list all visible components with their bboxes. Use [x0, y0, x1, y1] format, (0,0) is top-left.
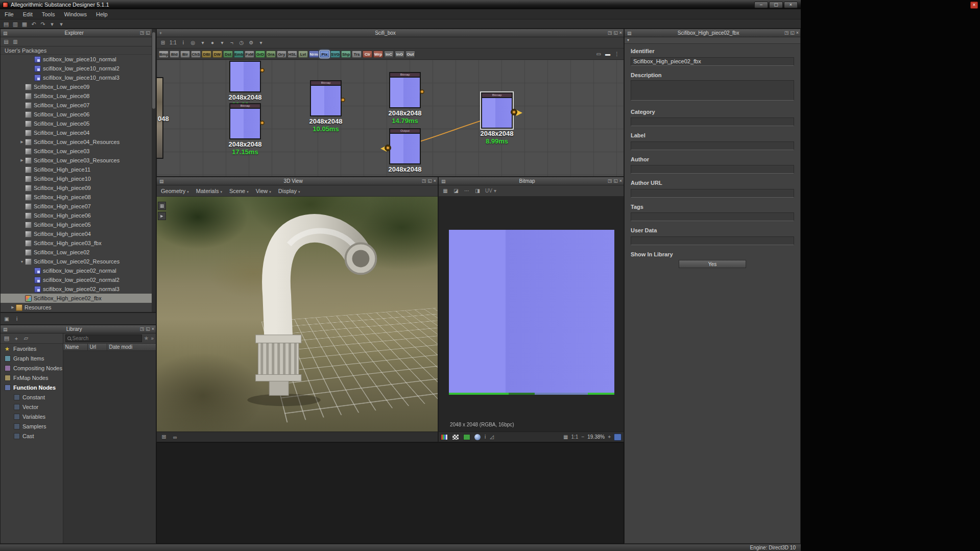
library-item-function-nodes[interactable]: Function Nodes [1, 382, 63, 392]
uv-mode-toggle[interactable]: UV▾ [485, 188, 496, 194]
grid-icon[interactable]: ⊞ [160, 40, 166, 45]
open-icon[interactable]: ▥ [12, 20, 19, 28]
zoom-level[interactable]: 19.38% [587, 434, 605, 440]
explorer-item-scifibox-high-piece06[interactable]: Scifibox_High_piece06 [1, 211, 156, 220]
explorer-item-scifibox-low-piece02[interactable]: Scifibox_Low_piece02 [1, 248, 156, 257]
library-item-samplers[interactable]: Samplers [1, 421, 63, 431]
library-item-vector[interactable]: Vector [1, 402, 63, 412]
library-item-fxmap-nodes[interactable]: FxMap Nodes [1, 373, 63, 382]
panel-close-icon[interactable]: × [619, 30, 622, 36]
user-data-field[interactable] [631, 236, 794, 245]
collapse-all-icon[interactable]: ▥ [12, 39, 18, 44]
channels-icon[interactable]: ▦ [442, 188, 448, 194]
tree-right-arrow-icon[interactable]: ▶ [10, 305, 16, 309]
explorer-item-scifibox-low-piece04[interactable]: Scifibox_Low_piece04 [1, 128, 156, 137]
panel-pin-icon[interactable]: ◳ [784, 30, 789, 36]
description-field[interactable] [631, 80, 794, 101]
view3d-menu-geometry[interactable]: Geometry▾ [161, 188, 189, 194]
actual-zoom-icon[interactable]: 1:1 [170, 40, 177, 45]
rgba-channels-icon[interactable] [441, 434, 448, 440]
node-type-chip-svg[interactable]: SVG [330, 51, 340, 58]
graph-node-2[interactable]: Bitmap2048x204810.05ms [310, 80, 342, 116]
menu-help[interactable]: Help [91, 10, 112, 18]
image-mode-icon[interactable]: ◨ [474, 188, 481, 194]
save-icon[interactable]: ▦ [21, 20, 28, 28]
link-icon[interactable]: ∞ [172, 434, 178, 440]
node-connector-dot[interactable] [386, 146, 390, 150]
explorer-item-scifibox-low-piece06[interactable]: Scifibox_Low_piece06 [1, 110, 156, 119]
node-connector-dot[interactable] [260, 68, 265, 73]
node-type-chip-dst[interactable]: Dst [223, 51, 233, 58]
library-item-variables[interactable]: Variables [1, 412, 63, 421]
show-in-library-yes-button[interactable]: Yes [679, 260, 746, 268]
panel-float-icon[interactable]: ◱ [146, 326, 150, 332]
node-type-chip-emb[interactable]: Emb [234, 51, 244, 58]
node-type-chip-hsl[interactable]: HSL [288, 51, 297, 58]
library-item-cast[interactable]: Cast [1, 431, 63, 441]
panel-pin-icon[interactable]: ◳ [422, 178, 426, 184]
node-connector-dot[interactable] [260, 121, 265, 125]
panel-float-icon[interactable]: ◱ [790, 30, 795, 36]
more-icon[interactable]: ⋯ [464, 188, 470, 194]
timer-icon[interactable]: ◷ [238, 40, 245, 45]
minimize-button[interactable]: – [754, 2, 768, 8]
node-connector-dot[interactable] [420, 89, 424, 94]
view3d-menu-materials[interactable]: Materials▾ [196, 188, 222, 194]
tree-right-arrow-icon[interactable]: ▶ [19, 140, 25, 144]
explorer-item-scifibox-low-piece03[interactable]: Scifibox_Low_piece03 [1, 147, 156, 156]
menu-file[interactable]: File [0, 10, 18, 18]
folder-icon[interactable]: ▤ [4, 335, 10, 342]
node-type-chip-dbl[interactable]: DBl [202, 51, 211, 58]
author-url-field[interactable] [631, 189, 794, 198]
dock-icon[interactable]: ⊞ [161, 434, 167, 440]
info-icon[interactable]: i [485, 434, 486, 440]
checker-background-icon[interactable] [452, 434, 459, 440]
node-type-chip-gra[interactable]: Gra [266, 51, 276, 58]
panel-close-icon[interactable]: × [434, 178, 436, 184]
zoom-dropdown-icon[interactable]: ▾ [200, 40, 206, 45]
explorer-item-scifibox-high-piece02-fbx[interactable]: Scifibox_High_piece02_fbx [1, 294, 156, 303]
favorites-filter-icon[interactable]: ★ [144, 335, 149, 342]
zoom-icon[interactable]: ◎ [190, 40, 196, 45]
profile-dropdown-icon[interactable]: ▾ [58, 20, 65, 28]
new-icon[interactable]: ▤ [3, 20, 10, 28]
column-header-url[interactable]: Url [88, 344, 107, 351]
pan-mode-icon[interactable]: ● [209, 40, 216, 45]
node-type-chip-trs[interactable]: Trs [352, 51, 362, 58]
explorer-item-scifibox-low-piece09[interactable]: Scifibox_Low_piece09 [1, 82, 156, 91]
explorer-item-scifibox-high-piece10[interactable]: Scifibox_High_piece10 [1, 174, 156, 183]
library-item-compositing-nodes[interactable]: Compositing Nodes [1, 363, 63, 373]
node-type-chip-blr[interactable]: Blr [180, 51, 190, 58]
library-results-list[interactable] [63, 351, 156, 543]
graph-canvas[interactable]: 048 2048x204820.62msBitmap2048x204817.15… [157, 60, 624, 176]
pan-dropdown-icon[interactable]: ▾ [219, 40, 225, 45]
node-type-chip-clr[interactable]: Clr [363, 51, 372, 58]
expand-options-icon[interactable]: » [151, 336, 154, 341]
dock-icon[interactable]: ▣ [4, 316, 10, 322]
explorer-item-scifibox-low-piece07[interactable]: Scifibox_Low_piece07 [1, 101, 156, 110]
zoom-in-icon[interactable]: + [608, 434, 611, 440]
node-type-chip-wrp[interactable]: Wrp [373, 51, 383, 58]
node-type-chip-dw[interactable]: DW [212, 51, 222, 58]
category-field[interactable] [631, 117, 794, 126]
label-field[interactable] [631, 141, 794, 150]
render-mode-icon[interactable]: ▦ [158, 202, 166, 210]
identifier-field[interactable] [631, 57, 794, 66]
explorer-header[interactable]: ▤ Explorer ◳◱× [1, 29, 156, 37]
comment-icon[interactable]: ▭ [596, 51, 601, 57]
more-options-icon[interactable]: ⋮ [614, 51, 619, 57]
column-header-name[interactable]: Name [63, 344, 88, 351]
node-connector-dot[interactable] [512, 110, 516, 114]
panel-accent-button[interactable] [614, 434, 622, 441]
panel-float-icon[interactable]: ◱ [146, 30, 150, 36]
panel-float-icon[interactable]: ◱ [427, 178, 432, 184]
node-type-chip-nrm[interactable]: Nrm [309, 51, 319, 58]
desktop-close-icon[interactable]: × [970, 2, 978, 9]
graph-node-1[interactable]: Bitmap2048x204817.15ms [229, 103, 261, 139]
panel-close-icon[interactable]: × [796, 30, 799, 36]
column-header-date-modi[interactable]: Date modi [107, 344, 156, 351]
add-icon[interactable]: + [13, 336, 19, 342]
node-type-chip-chs[interactable]: ChS [191, 51, 201, 58]
panel-pin-icon[interactable]: ◳ [140, 326, 145, 332]
split-view-icon[interactable]: ◪ [453, 188, 459, 194]
